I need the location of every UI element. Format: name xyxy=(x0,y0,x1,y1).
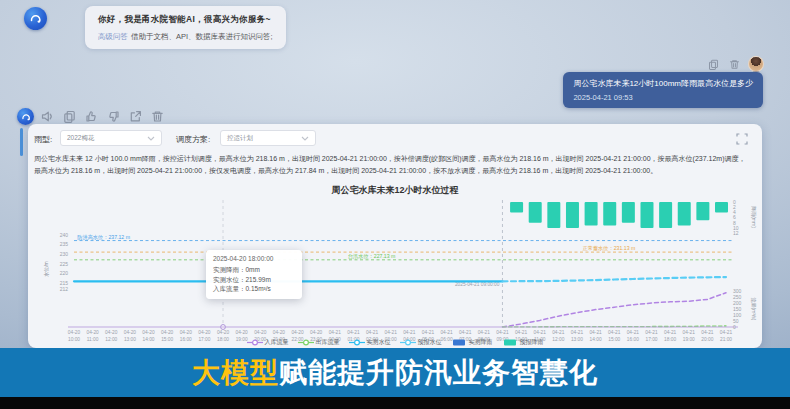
banner-rest: 赋能提升防汛业务智慧化 xyxy=(279,354,598,392)
tooltip-rows: 实测降雨：0mm实测水位：215.99m入库流量：0.15m³/s xyxy=(213,265,295,294)
svg-text:04-20: 04-20 xyxy=(142,330,155,335)
svg-text:04-21: 04-21 xyxy=(515,330,528,335)
copy-icon[interactable] xyxy=(62,109,77,124)
ai-greeting-sub: 高级问答借助于文档、API、数据库表进行知识问答; xyxy=(98,32,273,42)
svg-text:04-20: 04-20 xyxy=(124,330,137,335)
svg-text:04-21: 04-21 xyxy=(701,330,714,335)
svg-text:04-21: 04-21 xyxy=(534,330,547,335)
simulation-result-panel: 雨型: 2022梅花 调度方案: 控运计划 周公宅水库未来 12 小时 100.… xyxy=(28,124,762,348)
rain-bar xyxy=(715,202,728,212)
user-message-text: 周公宅水库未来12小时100mm降雨最高水位是多少 xyxy=(573,78,753,89)
rain-bar xyxy=(603,202,616,225)
svg-text:04-20: 04-20 xyxy=(291,330,304,335)
series-入库流量 xyxy=(503,293,727,327)
ai-avatar xyxy=(17,108,34,125)
copy-icon[interactable] xyxy=(706,57,721,72)
rain-bar xyxy=(510,202,523,212)
svg-text:225: 225 xyxy=(60,261,69,267)
svg-text:04-21: 04-21 xyxy=(608,330,621,335)
svg-text:240: 240 xyxy=(60,232,69,238)
delete-icon[interactable] xyxy=(727,57,742,72)
svg-text:04-20: 04-20 xyxy=(273,330,286,335)
legend-marker-icon xyxy=(247,339,263,346)
legend-item-入库流量[interactable]: 入库流量 xyxy=(247,338,289,347)
legend-marker-icon xyxy=(502,339,518,346)
rain-bar xyxy=(659,202,672,228)
svg-text:04-21: 04-21 xyxy=(683,330,696,335)
dispatch-plan-select[interactable]: 控运计划 xyxy=(220,130,316,146)
rain-bar xyxy=(585,202,598,225)
chart-series xyxy=(74,277,726,327)
chart-tooltip: 2025-04-20 18:00:00 实测降雨：0mm实测水位：215.99m… xyxy=(206,250,302,299)
legend-item-实测水位[interactable]: 实测水位 xyxy=(349,338,391,347)
rain-bar xyxy=(622,202,635,223)
ai-logo-icon xyxy=(21,112,31,122)
series-预报水位 xyxy=(503,277,727,281)
svg-text:230: 230 xyxy=(60,251,69,257)
svg-text:04-21: 04-21 xyxy=(496,330,509,335)
svg-text:04-21: 04-21 xyxy=(366,330,379,335)
legend-marker-icon xyxy=(349,339,365,346)
rain-bar xyxy=(696,202,709,220)
svg-text:04-20: 04-20 xyxy=(180,330,193,335)
svg-text:04-21: 04-21 xyxy=(664,330,677,335)
svg-text:04-20: 04-20 xyxy=(310,330,323,335)
thumbs-up-icon[interactable] xyxy=(84,109,99,124)
user-message-tools xyxy=(706,56,764,72)
reference-line-label: 正常蓄水位：231.13 m xyxy=(583,245,636,251)
rain-bar xyxy=(529,202,542,223)
plan-label: 调度方案: xyxy=(176,134,210,145)
rain-bar xyxy=(547,202,560,228)
svg-text:04-20: 04-20 xyxy=(68,330,81,335)
svg-text:04-21: 04-21 xyxy=(459,330,472,335)
fullscreen-icon[interactable] xyxy=(736,131,748,143)
ai-logo-icon xyxy=(29,12,42,25)
letterbox-bar xyxy=(0,397,790,409)
svg-text:04-21: 04-21 xyxy=(347,330,360,335)
rain-bar xyxy=(566,202,579,228)
svg-text:235: 235 xyxy=(60,241,69,247)
chevron-down-icon xyxy=(147,136,155,141)
dispatch-plan-value: 控运计划 xyxy=(227,134,253,143)
water-level-chart[interactable]: 2025-04-21 09:00:00防洪高水位：237.12 m正常蓄水位：2… xyxy=(36,196,760,346)
flow-axis-label: 流量(m³/s) xyxy=(750,297,757,320)
svg-text:04-21: 04-21 xyxy=(720,330,733,335)
reference-line-label: 防洪高水位：237.12 m xyxy=(77,234,130,241)
rain-type-select[interactable]: 2022梅花 xyxy=(60,130,162,146)
legend-item-预报降雨[interactable]: 预报降雨 xyxy=(502,338,544,347)
rain-type-value: 2022梅花 xyxy=(67,134,94,143)
legend-marker-icon xyxy=(451,339,467,346)
legend-item-出库流量[interactable]: 出库流量 xyxy=(298,338,340,347)
user-message-bubble: 周公宅水库未来12小时100mm降雨最高水位是多少 2025-04-21 09:… xyxy=(563,72,763,108)
banner-highlight: 大模型 xyxy=(192,354,279,392)
user-avatar xyxy=(748,56,764,72)
rain-axis-label: 降雨(mm) xyxy=(751,206,757,228)
read-aloud-icon[interactable] xyxy=(40,109,55,124)
forecast-summary: 周公宅水库未来 12 小时 100.0 mm降雨，按控运计划调度，最高水位为 2… xyxy=(34,153,752,176)
rain-bar xyxy=(640,202,653,228)
advanced-qa-tag: 高级问答 xyxy=(98,32,128,41)
legend-item-实测降雨[interactable]: 实测降雨 xyxy=(451,338,493,347)
rain-bars xyxy=(510,202,728,228)
chevron-down-icon xyxy=(301,136,309,141)
svg-text:04-21: 04-21 xyxy=(589,330,602,335)
svg-text:04-20: 04-20 xyxy=(236,330,249,335)
svg-text:04-20: 04-20 xyxy=(161,330,174,335)
svg-text:04-21: 04-21 xyxy=(645,330,658,335)
svg-text:0: 0 xyxy=(733,324,736,330)
export-icon[interactable] xyxy=(128,109,143,124)
legend-marker-icon xyxy=(400,339,416,346)
svg-text:04-21: 04-21 xyxy=(422,330,435,335)
legend-item-预报水位[interactable]: 预报水位 xyxy=(400,338,442,347)
svg-text:220: 220 xyxy=(60,270,69,276)
rain-bar xyxy=(678,202,691,225)
svg-text:04-21: 04-21 xyxy=(403,330,416,335)
ai-greeting-desc: 借助于文档、API、数据库表进行知识问答; xyxy=(131,32,273,41)
svg-text:04-20: 04-20 xyxy=(254,330,267,335)
svg-text:04-20: 04-20 xyxy=(198,330,211,335)
thumbs-down-icon[interactable] xyxy=(106,109,121,124)
tooltip-title: 2025-04-20 18:00:00 xyxy=(213,255,295,262)
delete-icon[interactable] xyxy=(150,109,165,124)
ai-greeting-title: 你好，我是甬水院智能AI，很高兴为你服务~ xyxy=(98,14,273,26)
svg-text:04-21: 04-21 xyxy=(627,330,640,335)
